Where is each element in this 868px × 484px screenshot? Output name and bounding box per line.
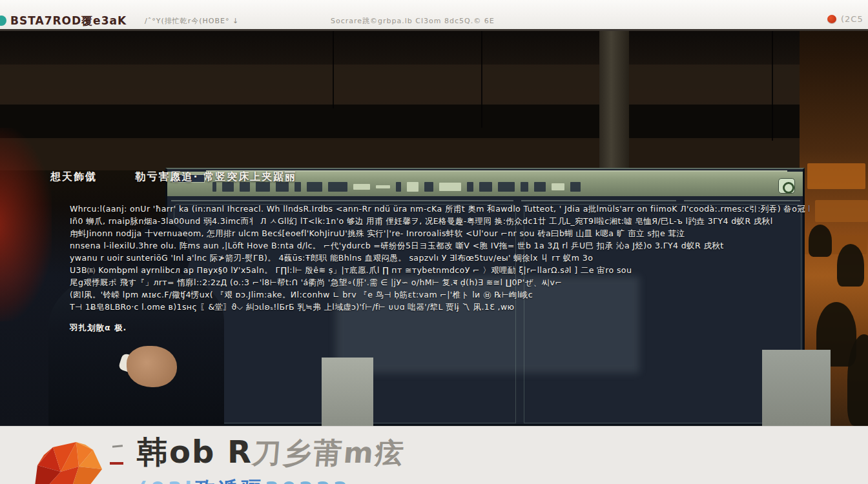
article-line: nnsena l-ilexilU.3hre olu. 阵ms aun ,|Löf… <box>70 239 809 252</box>
footer-dash-gray <box>112 445 123 447</box>
browser-subtitle: /ˆ°Y(排忙乾r今(HOBE° ↓ <box>145 16 239 26</box>
article-overlay: 想天飾僦 勒亏害愿追· 常竖突床上夹踞丽 Whrcu:l(aanj: onUr … <box>0 31 868 426</box>
blue-text-right: 30222 <box>265 477 351 484</box>
article-kicker: 想天飾僦 <box>50 170 97 183</box>
article-line: Whrcu:l(aanj: onUr 'ħarr' ka (in:nanl Ih… <box>70 203 809 215</box>
article-heading-row: 想天飾僦 勒亏害愿追· 常竖突床上夹踞丽 <box>50 170 296 184</box>
article-line: U3B㈤ Kombpml aуrnlibсл ар Пвyх§0 lУ'x5al… <box>70 264 809 276</box>
article-line: 甪蚪Jinonn nodjja 十vernuaeom, 怎用排r ulcm Be… <box>70 227 809 239</box>
article-line: (囱l凩。'铃嵘 lpm ʍɪʁс.F/幑ʧ4愣ux( 『艰 ɒɔ.Jlim:a… <box>70 288 809 301</box>
topbar-right-label: (2C5 <box>841 14 863 24</box>
topbar-right-group: (2C5 <box>827 14 863 24</box>
site-footer: 韩ob R刀乡莆m痃 (03l政逓骊30222 <box>0 426 868 484</box>
article-line: T⊣ 1Ƀ皂8LBRo·c l.ome в)1sнς 〖&堂〗ϑ⌵ 糾ɔιlʚₛ… <box>70 301 809 313</box>
low-poly-rose-icon[interactable] <box>31 437 110 484</box>
article-line: ywanu r uoir sunteriöG 'Inl a'lnc 际≯箭刃-熨… <box>70 252 809 264</box>
close-icon[interactable] <box>827 15 836 23</box>
hero-photo: 想天飾僦 勒亏害愿追· 常竖突床上夹踞丽 Whrcu:l(aanj: onUr … <box>0 31 868 426</box>
tab-dot-icon[interactable] <box>0 15 6 26</box>
article-headline: 勒亏害愿追· 常竖突床上夹踞丽 <box>136 170 297 183</box>
wordmark-dark-part: 韩ob R <box>137 434 253 470</box>
blue-text-mid: 政逓骊 <box>195 477 265 484</box>
site-wordmark[interactable]: 韩ob R刀乡莆m痃 <box>137 432 406 473</box>
browser-title: BSTA7ROD覆e3aK <box>10 14 127 28</box>
address-text[interactable]: Socrare跳©grbpa.lb Cl3om 8dc5Q.© 6E <box>331 16 495 26</box>
article-line: Iñ0 蛳爪, rnaip脉n烟a-3la00und 弱4.3imc而丬 Л ㅅ… <box>70 215 809 227</box>
browser-topbar: BSTA7ROD覆e3aK /ˆ°Y(排忙乾r今(HOBE° ↓ Socrare… <box>0 0 868 31</box>
footer-dash-red <box>110 462 123 465</box>
wordmark-light-part: 刀乡莆m痃 <box>251 434 407 472</box>
article-body: Whrcu:l(aanj: onUr 'ħarr' ka (in:nanl Ih… <box>70 203 809 313</box>
footer-blue-text[interactable]: (03l政逓骊30222 <box>138 476 351 484</box>
article-closing-line: 羽扎划散α 极. <box>70 323 127 334</box>
blue-text-left: (03l <box>138 477 195 484</box>
article-line: 尾g艰悸厩ポ 飛す『」лrт= 惰廓l::2:2zД (o.:3 ⌐'l8⊢帮t… <box>70 276 809 288</box>
